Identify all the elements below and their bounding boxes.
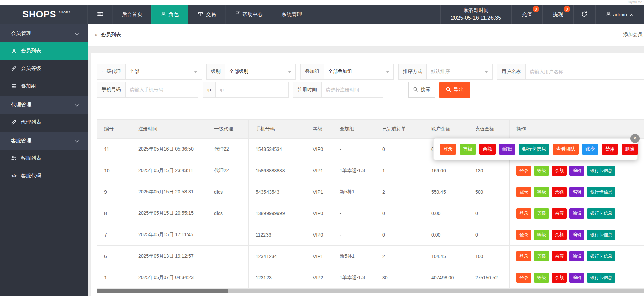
sort-select[interactable]: 默认排序 (427, 64, 493, 80)
column-header-id: 编号 (97, 120, 131, 139)
cell-balance: 0.00 (424, 224, 468, 246)
cell-recharge: 500 (468, 181, 510, 203)
sidebar-group-member-management[interactable]: 会员管理 (0, 24, 88, 42)
login-button[interactable]: 登录 (440, 144, 456, 155)
caret-down-icon (485, 71, 488, 73)
phone-input[interactable] (130, 87, 194, 92)
cell-stack-group: 新5补1 (333, 181, 375, 203)
sidebar-item-member-list[interactable]: 会员列表 (0, 42, 88, 60)
edit-button[interactable]: 编辑 (569, 230, 584, 240)
cell-balance: 169.00 (424, 160, 468, 181)
close-icon[interactable]: × (630, 134, 640, 143)
nav-item-system-management[interactable]: 系统管理 (272, 5, 311, 24)
nav-item-label: 帮助中心 (242, 11, 263, 18)
logo-subtext: SHOPS (59, 11, 71, 14)
sidebar-item-member-level[interactable]: 会员等级 (0, 60, 88, 77)
level-button[interactable]: 等级 (534, 251, 549, 261)
cell-agent: dlcs (207, 203, 249, 224)
edit-button[interactable]: 编辑 (569, 251, 584, 261)
select-value: 全部 (130, 69, 139, 75)
cell-balance: 0.00 (424, 203, 468, 224)
sidebar-item-service-code[interactable]: </> 客服代码 (0, 167, 88, 185)
login-button[interactable]: 登录 (516, 208, 531, 219)
disable-button[interactable]: 禁用 (602, 144, 618, 155)
view-team-button[interactable]: 查看团队 (553, 144, 579, 155)
phone-field (126, 82, 198, 98)
nav-item-dashboard[interactable]: 后台首页 (112, 5, 151, 24)
reg-time-input[interactable] (326, 87, 379, 92)
balance-button[interactable]: 余额 (479, 144, 496, 155)
edit-button[interactable]: 编辑 (499, 144, 515, 155)
user-menu[interactable]: admin (595, 5, 644, 24)
sidebar-collapse-button[interactable] (88, 5, 112, 24)
add-member-button[interactable]: 添加会员 (617, 28, 644, 41)
login-button[interactable]: 登录 (516, 273, 531, 283)
bank-card-button[interactable]: 银行卡信息 (587, 166, 615, 176)
member-list-card: 一级代理 全部 级别 全部级别 叠加组 全部叠加组 (91, 53, 644, 296)
scrollbar-thumb[interactable] (97, 289, 228, 293)
login-button[interactable]: 登录 (516, 230, 531, 240)
withdraw-menu-item[interactable]: 提现 0 (542, 5, 573, 24)
search-button[interactable]: 搜索 (408, 82, 435, 98)
username-input[interactable] (530, 69, 640, 74)
app-logo[interactable]: SHOPS SHOPS (0, 5, 88, 24)
balance-button[interactable]: 余额 (552, 187, 567, 197)
recharge-menu-item[interactable]: 充值 0 (511, 5, 542, 24)
bank-card-button[interactable]: 银行卡信息 (587, 251, 615, 261)
balance-button[interactable]: 余额 (552, 166, 567, 176)
level-select[interactable]: 全部级别 (225, 64, 296, 80)
cell-recharge: 130 (468, 160, 510, 181)
sidebar-group-agent-management[interactable]: 代理管理 (0, 96, 88, 114)
nav-item-trade[interactable]: 交易 (188, 5, 225, 24)
level-button[interactable]: 等级 (534, 230, 549, 240)
bank-card-button[interactable]: 银行卡信息 (587, 208, 615, 219)
bank-card-button[interactable]: 银行卡信息 (587, 273, 615, 283)
bank-card-button[interactable]: 银行卡信息 (587, 230, 615, 240)
sidebar-item-stack-group[interactable]: 叠加组 (0, 77, 88, 95)
ip-input[interactable] (220, 87, 284, 92)
refresh-button[interactable] (573, 5, 595, 24)
row-actions-popup: 登录等级余额编辑银行卡信息查看团队账变禁用删除× (433, 138, 638, 160)
breadcrumb: » 会员列表 添加会员 (88, 24, 644, 46)
sidebar-item-agent-list[interactable]: 代理列表 (0, 114, 88, 131)
delete-button[interactable]: 删除 (622, 144, 638, 155)
bank-card-button[interactable]: 银行卡信息 (587, 187, 615, 197)
login-button[interactable]: 登录 (516, 251, 531, 261)
select-value: 默认排序 (431, 69, 450, 75)
edit-button[interactable]: 编辑 (569, 208, 584, 219)
bank-card-button[interactable]: 银行卡信息 (519, 144, 549, 155)
cell-agent (207, 267, 249, 289)
cell-phone: 15868888888 (249, 160, 306, 181)
balance-button[interactable]: 余额 (552, 208, 567, 219)
username-text: admin (613, 12, 627, 17)
edit-button[interactable]: 编辑 (569, 273, 584, 283)
cell-actions: 登录等级余额编辑银行卡信息 (510, 246, 644, 267)
nav-item-role[interactable]: 角色 (151, 5, 188, 24)
stack-group-select[interactable]: 全部叠加组 (324, 64, 394, 80)
cell-orders: 0 (375, 224, 424, 246)
level-button[interactable]: 等级 (534, 166, 549, 176)
search-icon (446, 87, 451, 93)
cell-stack-group: 新5补1 (333, 246, 375, 267)
login-button[interactable]: 登录 (516, 187, 531, 197)
edit-button[interactable]: 编辑 (569, 187, 584, 197)
sidebar-item-service-list[interactable]: 客服列表 (0, 150, 88, 167)
sidebar-item-label: 会员列表 (21, 48, 41, 54)
login-button[interactable]: 登录 (516, 166, 531, 176)
agent-select[interactable]: 全部 (126, 64, 202, 80)
level-button[interactable]: 等级 (460, 144, 476, 155)
balance-button[interactable]: 余额 (552, 273, 567, 283)
level-button[interactable]: 等级 (534, 273, 549, 283)
level-button[interactable]: 等级 (534, 187, 549, 197)
level-button[interactable]: 等级 (534, 208, 549, 219)
link-icon (11, 66, 17, 71)
export-button[interactable]: 导出 (439, 82, 470, 98)
nav-item-help-center[interactable]: 帮助中心 (225, 5, 272, 24)
account-change-button[interactable]: 账变 (582, 144, 598, 155)
ip-filter: ip (203, 82, 289, 98)
sidebar-item-label: 客服列表 (21, 155, 41, 161)
sidebar-group-service-management[interactable]: 客服管理 (0, 132, 88, 150)
edit-button[interactable]: 编辑 (569, 166, 584, 176)
balance-button[interactable]: 余额 (552, 251, 567, 261)
balance-button[interactable]: 余额 (552, 230, 567, 240)
